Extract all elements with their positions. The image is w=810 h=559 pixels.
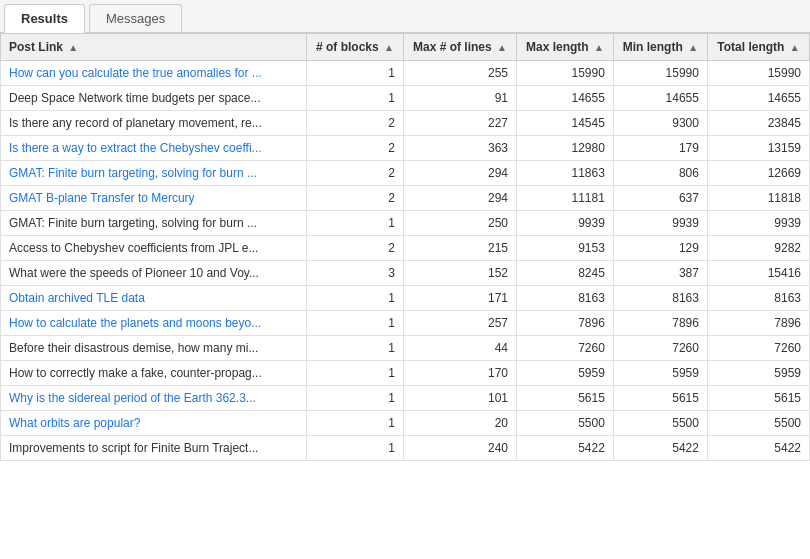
table-row: How to correctly make a fake, counter-pr… <box>1 361 810 386</box>
table-row: GMAT: Finite burn targeting, solving for… <box>1 211 810 236</box>
cell-min-length: 5959 <box>613 361 707 386</box>
table-row: What were the speeds of Pioneer 10 and V… <box>1 261 810 286</box>
cell-num-blocks: 3 <box>307 261 404 286</box>
cell-total-length: 5959 <box>707 361 809 386</box>
cell-num-blocks: 1 <box>307 286 404 311</box>
cell-max-length: 5959 <box>517 361 614 386</box>
cell-num-blocks: 1 <box>307 411 404 436</box>
table-row: GMAT: Finite burn targeting, solving for… <box>1 161 810 186</box>
table-row: What orbits are popular?120550055005500 <box>1 411 810 436</box>
col-header-post-link[interactable]: Post Link ▲ <box>1 34 307 61</box>
cell-post-link: GMAT: Finite burn targeting, solving for… <box>1 211 307 236</box>
cell-max-lines: 250 <box>403 211 516 236</box>
sort-arrow-max-lines: ▲ <box>497 42 507 53</box>
cell-max-length: 11863 <box>517 161 614 186</box>
cell-num-blocks: 2 <box>307 186 404 211</box>
cell-max-length: 8245 <box>517 261 614 286</box>
cell-max-lines: 227 <box>403 111 516 136</box>
cell-max-lines: 152 <box>403 261 516 286</box>
tab-results[interactable]: Results <box>4 4 85 33</box>
post-link-anchor[interactable]: Why is the sidereal period of the Earth … <box>9 391 256 405</box>
cell-min-length: 5422 <box>613 436 707 461</box>
cell-total-length: 15990 <box>707 61 809 86</box>
cell-post-link[interactable]: GMAT B-plane Transfer to Mercury <box>1 186 307 211</box>
cell-min-length: 806 <box>613 161 707 186</box>
post-link-anchor[interactable]: How can you calculate the true anomalies… <box>9 66 262 80</box>
cell-max-lines: 170 <box>403 361 516 386</box>
cell-max-length: 14545 <box>517 111 614 136</box>
cell-post-link: How to correctly make a fake, counter-pr… <box>1 361 307 386</box>
cell-total-length: 9282 <box>707 236 809 261</box>
cell-post-link[interactable]: GMAT: Finite burn targeting, solving for… <box>1 161 307 186</box>
post-link-anchor[interactable]: GMAT: Finite burn targeting, solving for… <box>9 166 257 180</box>
cell-post-link[interactable]: How can you calculate the true anomalies… <box>1 61 307 86</box>
results-table-container: Post Link ▲ # of blocks ▲ Max # of lines… <box>0 33 810 461</box>
post-link-anchor[interactable]: Is there a way to extract the Chebyshev … <box>9 141 262 155</box>
cell-num-blocks: 1 <box>307 61 404 86</box>
cell-min-length: 8163 <box>613 286 707 311</box>
cell-max-length: 5615 <box>517 386 614 411</box>
cell-total-length: 5615 <box>707 386 809 411</box>
cell-num-blocks: 1 <box>307 211 404 236</box>
sort-arrow-total-length: ▲ <box>790 42 800 53</box>
cell-post-link[interactable]: Obtain archived TLE data <box>1 286 307 311</box>
cell-post-link[interactable]: Why is the sidereal period of the Earth … <box>1 386 307 411</box>
cell-max-length: 11181 <box>517 186 614 211</box>
col-header-max-lines[interactable]: Max # of lines ▲ <box>403 34 516 61</box>
cell-max-length: 12980 <box>517 136 614 161</box>
table-row: Why is the sidereal period of the Earth … <box>1 386 810 411</box>
cell-max-lines: 294 <box>403 161 516 186</box>
cell-max-length: 15990 <box>517 61 614 86</box>
cell-total-length: 13159 <box>707 136 809 161</box>
cell-min-length: 14655 <box>613 86 707 111</box>
cell-max-lines: 44 <box>403 336 516 361</box>
table-row: How to calculate the planets and moons b… <box>1 311 810 336</box>
cell-num-blocks: 1 <box>307 386 404 411</box>
cell-total-length: 14655 <box>707 86 809 111</box>
table-row: Before their disastrous demise, how many… <box>1 336 810 361</box>
cell-post-link: Improvements to script for Finite Burn T… <box>1 436 307 461</box>
cell-post-link[interactable]: What orbits are popular? <box>1 411 307 436</box>
cell-min-length: 15990 <box>613 61 707 86</box>
sort-arrow-min-length: ▲ <box>688 42 698 53</box>
cell-max-length: 9939 <box>517 211 614 236</box>
post-link-anchor[interactable]: What orbits are popular? <box>9 416 140 430</box>
cell-total-length: 15416 <box>707 261 809 286</box>
table-row: How can you calculate the true anomalies… <box>1 61 810 86</box>
cell-num-blocks: 2 <box>307 236 404 261</box>
tab-messages[interactable]: Messages <box>89 4 182 32</box>
cell-post-link: Is there any record of planetary movemen… <box>1 111 307 136</box>
cell-max-lines: 363 <box>403 136 516 161</box>
col-header-total-length[interactable]: Total length ▲ <box>707 34 809 61</box>
table-row: Is there a way to extract the Chebyshev … <box>1 136 810 161</box>
col-header-max-length[interactable]: Max length ▲ <box>517 34 614 61</box>
sort-arrow-max-length: ▲ <box>594 42 604 53</box>
post-link-anchor[interactable]: GMAT B-plane Transfer to Mercury <box>9 191 195 205</box>
cell-max-lines: 91 <box>403 86 516 111</box>
cell-num-blocks: 1 <box>307 311 404 336</box>
cell-max-lines: 215 <box>403 236 516 261</box>
cell-post-link: What were the speeds of Pioneer 10 and V… <box>1 261 307 286</box>
cell-max-lines: 257 <box>403 311 516 336</box>
cell-total-length: 12669 <box>707 161 809 186</box>
cell-total-length: 7896 <box>707 311 809 336</box>
cell-max-length: 7260 <box>517 336 614 361</box>
cell-post-link: Access to Chebyshev coefficients from JP… <box>1 236 307 261</box>
cell-num-blocks: 1 <box>307 336 404 361</box>
col-header-num-blocks[interactable]: # of blocks ▲ <box>307 34 404 61</box>
post-link-anchor[interactable]: How to calculate the planets and moons b… <box>9 316 261 330</box>
cell-max-length: 5422 <box>517 436 614 461</box>
cell-post-link[interactable]: Is there a way to extract the Chebyshev … <box>1 136 307 161</box>
cell-total-length: 23845 <box>707 111 809 136</box>
cell-min-length: 129 <box>613 236 707 261</box>
cell-total-length: 8163 <box>707 286 809 311</box>
cell-post-link[interactable]: How to calculate the planets and moons b… <box>1 311 307 336</box>
cell-min-length: 5500 <box>613 411 707 436</box>
col-header-min-length[interactable]: Min length ▲ <box>613 34 707 61</box>
cell-max-length: 9153 <box>517 236 614 261</box>
cell-min-length: 7260 <box>613 336 707 361</box>
table-header-row: Post Link ▲ # of blocks ▲ Max # of lines… <box>1 34 810 61</box>
post-link-anchor[interactable]: Obtain archived TLE data <box>9 291 145 305</box>
cell-max-lines: 255 <box>403 61 516 86</box>
cell-total-length: 9939 <box>707 211 809 236</box>
